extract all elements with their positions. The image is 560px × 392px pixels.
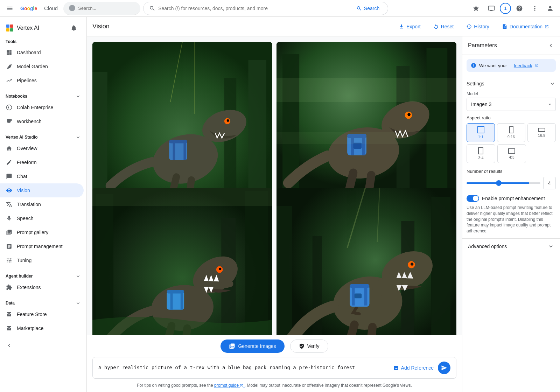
prompt-bar: A hyper realistic picture of a t-rex wit… [92, 357, 456, 379]
svg-rect-40 [96, 194, 113, 335]
sidebar-item-tuning[interactable]: Tuning [0, 253, 84, 267]
svg-rect-50 [170, 290, 173, 310]
advanced-options-section[interactable]: Advanced options [462, 238, 560, 254]
send-button[interactable] [438, 362, 450, 374]
export-button[interactable]: Export [393, 21, 426, 32]
panel-collapse-icon [547, 42, 554, 49]
svg-text:Google: Google [20, 6, 37, 11]
reset-icon [433, 24, 439, 29]
aspect-option-3-4[interactable]: 3:4 [467, 144, 495, 163]
search-btn-icon [356, 6, 362, 11]
sidebar-item-workbench[interactable]: Workbench [0, 114, 84, 128]
feedback-link[interactable]: feedback [514, 63, 532, 68]
agent-builder-section-header[interactable]: Agent builder [0, 271, 86, 280]
sidebar: Vertex AI Tools Dashboard Model Garden [0, 17, 87, 392]
aspect-ratio-section: Aspect ratio 1:1 9:16 [467, 115, 556, 163]
help-icon-btn[interactable] [512, 1, 526, 15]
global-search-bar[interactable]: Search [143, 2, 388, 15]
sidebar-item-chat[interactable]: Chat [0, 169, 84, 183]
generate-row: Generate Images Verify [87, 335, 462, 357]
star-icon-btn[interactable] [469, 1, 483, 15]
sidebar-item-translation[interactable]: Translation [0, 197, 84, 211]
data-section-header[interactable]: Data [0, 298, 86, 307]
advanced-options-chevron [547, 243, 554, 250]
sidebar-item-freeform[interactable]: Freeform [0, 155, 84, 169]
sidebar-item-feature-store[interactable]: Feature Store [0, 307, 84, 321]
model-field-label: Model [467, 91, 556, 96]
number-of-results-section: Number of results 4 [467, 169, 556, 189]
svg-rect-1 [6, 24, 9, 28]
documentation-button[interactable]: Documentation [496, 21, 554, 32]
slider-value: 4 [543, 177, 556, 189]
vertex-ai-icon [6, 24, 14, 32]
tuning-icon [6, 257, 13, 264]
sidebar-item-colab[interactable]: Colab Enterprise [0, 100, 84, 114]
global-search-input[interactable] [158, 6, 351, 11]
history-button[interactable]: History [461, 21, 495, 32]
external-link-icon [545, 24, 549, 29]
panel-header: Parameters [462, 36, 560, 55]
data-chevron [75, 300, 81, 306]
top-bar: Google Cloud Search [0, 0, 560, 17]
results-slider[interactable] [467, 182, 540, 184]
sidebar-item-overview[interactable]: Overview [0, 141, 84, 155]
aspect-option-9-16[interactable]: 9:16 [497, 123, 525, 142]
notebooks-section-header[interactable]: Notebooks [0, 91, 86, 100]
sidebar-item-prompt-management[interactable]: Prompt management [0, 239, 84, 253]
svg-point-62 [411, 262, 414, 266]
aspect-ratio-grid: 1:1 9:16 16:9 [467, 123, 556, 142]
generate-icon [229, 343, 235, 349]
main-layout: Vertex AI Tools Dashboard Model Garden [0, 17, 560, 392]
sidebar-item-extensions[interactable]: Extensions [0, 280, 84, 294]
search-button[interactable]: Search [354, 6, 382, 11]
svg-rect-2 [10, 24, 13, 28]
model-select[interactable]: Imagen 3Imagen 2Imagen 1 [467, 98, 556, 111]
sidebar-item-speech[interactable]: Speech [0, 211, 84, 225]
feedback-banner: We want your feedback [467, 59, 556, 72]
sidebar-item-marketplace[interactable]: Marketplace [0, 321, 84, 335]
settings-title: Settings [467, 80, 556, 87]
more-vert-icon-btn[interactable] [528, 1, 542, 15]
sidebar-item-model-garden[interactable]: Model Garden [0, 59, 84, 74]
svg-point-47 [219, 267, 222, 270]
sidebar-collapse-btn[interactable] [0, 338, 84, 352]
reset-button[interactable]: Reset [428, 21, 460, 32]
image-cell-4[interactable] [276, 188, 456, 335]
svg-rect-35 [276, 78, 456, 102]
search-icon [149, 5, 155, 12]
generate-images-button[interactable]: Generate Images [220, 340, 284, 353]
sidebar-item-vision[interactable]: Vision [0, 183, 84, 197]
app-pill-input[interactable] [78, 6, 113, 11]
content-wrapper: Vision Export Reset History Documentatio… [87, 17, 560, 392]
settings-chevron-icon[interactable] [549, 80, 556, 87]
prompt-input[interactable]: A hyper realistic picture of a t-rex wit… [98, 364, 389, 371]
tools-section-header[interactable]: Tools [0, 36, 86, 46]
verify-button[interactable]: Verify [290, 340, 328, 353]
aspect-option-1-1[interactable]: 1:1 [467, 123, 495, 142]
app-search-pill[interactable] [63, 2, 140, 15]
svg-rect-51 [181, 290, 183, 310]
svg-rect-41 [245, 191, 268, 335]
app-pill-icon [69, 5, 75, 11]
sidebar-item-prompt-gallery[interactable]: Prompt gallery [0, 225, 84, 239]
image-cell-3[interactable] [92, 188, 272, 335]
add-reference-button[interactable]: Add Reference [393, 365, 434, 371]
marketplace-icon [6, 325, 13, 332]
dino-image-3 [92, 188, 272, 335]
vertex-studio-section-header[interactable]: Vertex AI Studio [0, 132, 86, 141]
svg-point-14 [227, 119, 229, 122]
user-avatar[interactable]: 1 [500, 3, 511, 14]
sidebar-item-pipelines[interactable]: Pipelines [0, 74, 84, 88]
toggle-row: Enable prompt enhancement [467, 195, 556, 202]
hamburger-menu[interactable] [3, 1, 17, 15]
panel-collapse-button[interactable] [547, 42, 554, 49]
prompt-guide-link[interactable]: prompt guide [214, 383, 245, 388]
aspect-option-4-3[interactable]: 4:3 [497, 144, 526, 163]
settings-section: Settings Model Imagen 3Imagen 2Imagen 1 … [462, 76, 560, 238]
notification-btn[interactable] [67, 21, 81, 35]
sidebar-item-dashboard[interactable]: Dashboard [0, 46, 84, 59]
aspect-option-16-9[interactable]: 16:9 [527, 123, 556, 142]
enhancement-toggle[interactable] [467, 195, 479, 202]
monitor-icon-btn[interactable] [484, 1, 498, 15]
account-icon-btn[interactable] [543, 1, 557, 15]
